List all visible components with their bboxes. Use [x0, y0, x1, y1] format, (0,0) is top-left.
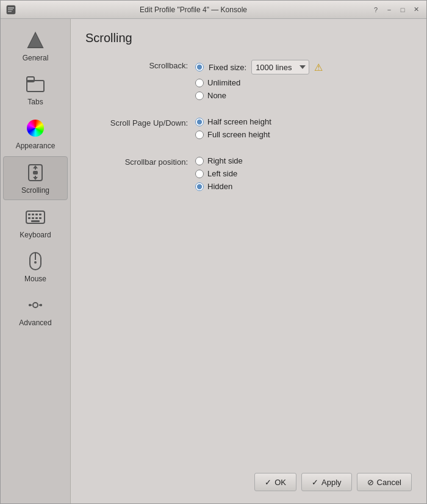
titlebar-buttons: ? − □ ✕: [370, 4, 422, 15]
tabs-icon: [24, 73, 46, 95]
scrolling-icon: [24, 162, 46, 184]
lines-select[interactable]: 100 lines 500 lines 1000 lines 2000 line…: [251, 60, 309, 74]
sidebar-item-scrolling[interactable]: Scrolling: [3, 156, 68, 200]
svg-marker-12: [33, 177, 38, 180]
keyboard-icon: [24, 206, 46, 228]
right-side-row: Right side: [195, 156, 243, 165]
scrollback-unlimited-radio[interactable]: [195, 79, 204, 87]
svg-rect-22: [39, 217, 41, 219]
scrollbar-position-row: Scrollbar position: Right side Left side: [85, 156, 412, 191]
svg-rect-2: [8, 9, 13, 10]
scrollback-none-label[interactable]: None: [207, 91, 226, 100]
scrollback-fixed-label[interactable]: Fixed size:: [209, 63, 246, 72]
button-bar: ✓ OK ✓ Apply ⊘ Cancel: [85, 463, 412, 491]
cancel-button[interactable]: ⊘ Cancel: [357, 473, 412, 491]
content-area: General Tabs Appearance: [1, 19, 426, 503]
svg-rect-20: [32, 217, 34, 219]
svg-point-31: [40, 304, 42, 306]
help-button[interactable]: ?: [370, 4, 381, 15]
half-height-row: Half screen height: [195, 117, 271, 126]
svg-point-29: [29, 304, 31, 306]
svg-rect-3: [8, 11, 12, 12]
svg-rect-15: [28, 214, 30, 215]
fixed-size-row: Fixed size: 100 lines 500 lines 1000 lin…: [195, 60, 323, 74]
sidebar-label-keyboard: Keyboard: [20, 231, 51, 239]
scrollbar-position-group: Scrollbar position: Right side Left side: [85, 156, 412, 196]
svg-marker-10: [33, 165, 38, 168]
sidebar-item-appearance[interactable]: Appearance: [3, 112, 68, 155]
scrollbar-position-label: Scrollbar position:: [85, 156, 195, 167]
scroll-half-label[interactable]: Half screen height: [207, 117, 271, 126]
scroll-page-label: Scroll Page Up/Down:: [85, 117, 195, 128]
svg-rect-13: [33, 171, 38, 175]
scrollback-none-radio[interactable]: [195, 92, 204, 100]
svg-rect-18: [39, 214, 41, 215]
svg-rect-21: [35, 217, 38, 219]
sidebar-label-tabs: Tabs: [27, 98, 43, 106]
sidebar-item-keyboard[interactable]: Keyboard: [3, 201, 68, 244]
scrollback-controls: Fixed size: 100 lines 500 lines 1000 lin…: [195, 60, 323, 100]
apply-checkmark-icon: ✓: [312, 478, 318, 487]
scrollback-fixed-radio[interactable]: [195, 63, 204, 71]
general-icon: [24, 29, 46, 51]
sidebar-item-mouse[interactable]: Mouse: [3, 245, 68, 288]
ok-button[interactable]: ✓ OK: [254, 473, 296, 491]
sidebar-item-general[interactable]: General: [3, 24, 68, 67]
sidebar-label-general: General: [23, 54, 49, 62]
scroll-full-radio[interactable]: [195, 131, 204, 139]
unlimited-row: Unlimited: [195, 78, 323, 87]
main-panel: Scrolling Scrollback: Fixed size: 100 li…: [71, 19, 426, 503]
scrollback-label: Scrollback:: [85, 60, 195, 70]
scrollbar-hidden-radio[interactable]: [195, 182, 204, 191]
scrollback-row: Scrollback: Fixed size: 100 lines 500 li…: [85, 60, 412, 100]
apply-button[interactable]: ✓ Apply: [301, 473, 352, 491]
scroll-page-controls: Half screen height Full screen height: [195, 117, 271, 139]
close-button[interactable]: ✕: [411, 4, 422, 15]
full-height-row: Full screen height: [195, 130, 271, 139]
sidebar-label-advanced: Advanced: [19, 319, 51, 327]
left-side-row: Left side: [195, 169, 243, 178]
scrollbar-left-label[interactable]: Left side: [207, 169, 237, 178]
scrollbar-left-radio[interactable]: [195, 170, 204, 178]
scroll-page-row: Scroll Page Up/Down: Half screen height …: [85, 117, 412, 139]
sidebar-item-tabs[interactable]: Tabs: [3, 68, 68, 111]
cancel-circle-icon: ⊘: [367, 478, 374, 487]
app-icon: [5, 4, 16, 15]
ok-checkmark-icon: ✓: [265, 478, 271, 487]
scroll-half-radio[interactable]: [195, 118, 204, 126]
hidden-row: Hidden: [195, 182, 243, 191]
minimize-button[interactable]: −: [384, 4, 395, 15]
svg-rect-17: [35, 214, 38, 215]
sidebar: General Tabs Appearance: [1, 19, 71, 503]
ok-label: OK: [274, 478, 286, 487]
titlebar: Edit Profile "Profile 4" — Konsole ? − □…: [1, 1, 426, 19]
scroll-page-group: Scroll Page Up/Down: Half screen height …: [85, 117, 412, 144]
svg-point-26: [34, 261, 37, 264]
sidebar-label-scrolling: Scrolling: [21, 186, 49, 195]
maximize-button[interactable]: □: [397, 4, 408, 15]
window-title: Edit Profile "Profile 4" — Konsole: [16, 5, 370, 14]
advanced-icon: [24, 294, 46, 316]
svg-point-27: [33, 303, 38, 308]
sidebar-item-advanced[interactable]: Advanced: [3, 289, 68, 332]
scrollbar-position-controls: Right side Left side Hidden: [195, 156, 243, 191]
svg-rect-19: [28, 217, 30, 219]
warning-icon: ⚠: [314, 62, 323, 73]
svg-marker-5: [29, 34, 42, 47]
window: Edit Profile "Profile 4" — Konsole ? − □…: [0, 0, 427, 504]
cancel-label: Cancel: [377, 478, 401, 487]
page-title: Scrolling: [85, 31, 412, 45]
scroll-full-label[interactable]: Full screen height: [207, 130, 270, 139]
scrollbar-hidden-label[interactable]: Hidden: [207, 182, 232, 191]
apply-label: Apply: [321, 478, 342, 487]
scrollback-group: Scrollback: Fixed size: 100 lines 500 li…: [85, 60, 412, 105]
scrollback-unlimited-label[interactable]: Unlimited: [207, 78, 240, 87]
svg-rect-23: [31, 220, 40, 222]
scrollbar-right-label[interactable]: Right side: [207, 156, 243, 165]
svg-rect-16: [32, 214, 34, 215]
sidebar-label-appearance: Appearance: [16, 142, 56, 150]
appearance-icon: [24, 117, 46, 139]
scrollbar-right-radio[interactable]: [195, 157, 204, 165]
sidebar-label-mouse: Mouse: [24, 275, 46, 283]
svg-rect-1: [8, 7, 14, 9]
